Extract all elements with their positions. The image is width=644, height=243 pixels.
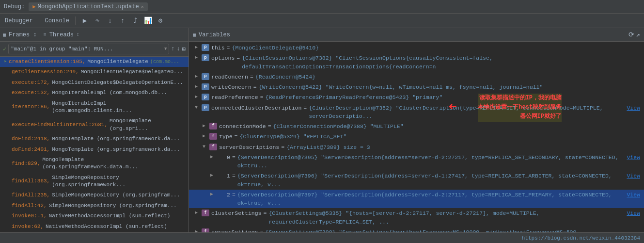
variable-row[interactable]: ▼ f serverDescriptions = {ArrayList@7389… xyxy=(189,142,644,152)
var-equals: = xyxy=(236,54,240,62)
var-icon-f: f xyxy=(202,228,209,232)
var-expand-icon[interactable]: ▶ xyxy=(195,93,202,100)
stack-frame[interactable]: findAll:235, SimpleMongoRepository (org.… xyxy=(0,190,188,200)
var-value: {ClientSessionOptions@7382} "ClientSessi… xyxy=(242,54,640,71)
var-link[interactable]: View xyxy=(627,209,640,217)
variable-row[interactable]: ▶ 0 = {ServerDescription@7395} "ServerDe… xyxy=(189,152,644,171)
stack-frame[interactable]: findAll:42, SimpleMongoRepository (org.s… xyxy=(0,201,188,211)
status-url: https://blog.csdn.net/weixin_44032384 xyxy=(522,235,640,241)
variable-row[interactable]: ▶ p readConcern = {ReadConcern@5424} xyxy=(189,72,644,82)
var-equals: = xyxy=(281,143,284,151)
stack-frame[interactable]: execute:172, MongoClientDelegate$Delegat… xyxy=(0,78,188,88)
toolbar-btn-4[interactable]: ↑ xyxy=(117,16,128,26)
right-panel: ▦ Variables ⟳ ↗ ▶ p this = {MongoClientD… xyxy=(189,28,644,232)
stack-frame[interactable]: doFind:2401, MongoTemplate (org.springfr… xyxy=(0,145,188,155)
var-expand-icon[interactable]: ▶ xyxy=(210,191,217,198)
toolbar-separator-1 xyxy=(39,16,39,25)
var-icon-empty xyxy=(217,172,225,179)
stack-frame[interactable]: getClientSession:249, MongoClientDelegat… xyxy=(0,67,188,77)
variables-expand-btn[interactable]: ↗ xyxy=(636,31,640,39)
toolbar-console-label[interactable]: Console xyxy=(43,17,71,24)
var-link[interactable]: View xyxy=(627,172,640,180)
variable-row[interactable]: ▶ f serverSettings = {ServerSettings@739… xyxy=(189,227,644,232)
variables-settings-btn[interactable]: ⟳ xyxy=(628,31,634,39)
var-equals: = xyxy=(303,104,307,112)
var-expand-icon[interactable]: ▼ xyxy=(203,143,209,150)
threads-label[interactable]: Threads xyxy=(49,32,74,38)
stack-frame[interactable]: execute:132, MongoIterableImpl (com.mong… xyxy=(0,88,188,98)
var-link[interactable]: View xyxy=(627,191,640,199)
var-value: {WriteConcern@5422} "WriteConcern{w=null… xyxy=(259,83,543,91)
var-expand-icon[interactable]: ▶ xyxy=(203,122,209,130)
frame-method: execute:172, xyxy=(12,79,50,86)
variable-row[interactable]: ▼ p connectedClusterDescription = {Clust… xyxy=(189,103,644,122)
var-name: clusterSettings xyxy=(211,209,262,217)
var-equals: = xyxy=(232,153,236,162)
var-expand-icon[interactable]: ▶ xyxy=(195,83,202,90)
var-expand-icon[interactable]: ▶ xyxy=(210,172,217,179)
variables-content: ▶ p this = {MongoClientDelegate@5410} ▶ … xyxy=(189,42,644,232)
var-value: {ReadConcern@5424} xyxy=(255,73,315,81)
var-name: 2 xyxy=(227,191,230,199)
frame-arrow: ➤ xyxy=(4,59,7,65)
var-link[interactable]: View xyxy=(627,153,640,162)
stack-frame[interactable]: iterator:86, MongoIterableImpl (com.mong… xyxy=(0,98,188,116)
variable-row[interactable]: ▶ f connectionMode = {ClusterConnectionM… xyxy=(189,121,644,131)
stack-frame[interactable]: invoke0:-1, NativeMethodAccessorImpl (su… xyxy=(0,211,188,221)
stack-frame[interactable]: findAll:363, SimpleMongoRepository (org.… xyxy=(0,173,188,191)
toolbar-btn-3[interactable]: ↓ xyxy=(105,16,115,26)
toolbar-btn-7[interactable]: ⚙ xyxy=(155,16,166,26)
thread-filter-btn[interactable]: ⊞ xyxy=(182,46,186,53)
var-expand-icon[interactable]: ▶ xyxy=(195,54,202,61)
variable-row[interactable]: ▶ 2 = {ServerDescription@7397} "ServerDe… xyxy=(189,190,644,209)
frame-class: SimpleMongoRepository (org.springframewo… xyxy=(52,174,183,189)
tab-close-icon[interactable]: ✕ xyxy=(141,4,144,10)
var-name: 1 xyxy=(227,172,230,180)
threads-icon: ≡ xyxy=(44,32,47,37)
frame-class: SimpleMongoRepository (org.springfram... xyxy=(52,192,180,199)
var-expand-icon[interactable]: ▼ xyxy=(195,104,202,111)
stack-frame[interactable]: ➤createClientSession:105, MongoClientDel… xyxy=(0,57,188,67)
var-link[interactable]: View xyxy=(627,104,640,112)
var-expand-icon[interactable]: ▶ xyxy=(203,132,209,140)
stack-frame[interactable]: find:829, MongoTemplate (org.springframe… xyxy=(0,155,188,173)
frames-label[interactable]: Frames ↕ xyxy=(9,32,37,38)
variable-row[interactable]: ▶ p options = {ClientSessionOptions@7382… xyxy=(189,53,644,72)
toolbar-separator-2 xyxy=(75,16,76,25)
stack-frame[interactable]: executeFindMultiInternal:2681, MongoTemp… xyxy=(0,116,188,134)
frame-method: createClientSession:105, xyxy=(9,58,85,65)
stack-frame[interactable]: invoke:62, NativeMethodAccessorImpl (sun… xyxy=(0,222,188,232)
var-equals: = xyxy=(260,93,264,101)
active-tab[interactable]: ▶ MongodbApplicationTest.update ✕ xyxy=(29,2,148,11)
toolbar-debugger-label[interactable]: Debugger xyxy=(3,17,35,24)
toolbar-btn-1[interactable]: ▶ xyxy=(79,16,90,26)
thread-down-btn[interactable]: ↓ xyxy=(177,46,180,52)
var-expand-icon[interactable]: ▶ xyxy=(195,228,202,232)
var-icon-f: f xyxy=(209,133,217,140)
var-expand-icon[interactable]: ▶ xyxy=(195,209,202,216)
toolbar-btn-2[interactable]: ↷ xyxy=(92,16,103,26)
var-expand-icon[interactable]: ▶ xyxy=(210,153,217,161)
var-equals: = xyxy=(268,122,271,130)
variable-row[interactable]: ▶ p writeConcern = {WriteConcern@5422} "… xyxy=(189,82,644,92)
variable-row[interactable]: ▶ 1 = {ServerDescription@7396} "ServerDe… xyxy=(189,171,644,190)
frame-class: MongoTemplate (org.springframework.da... xyxy=(52,146,180,153)
toolbar-btn-5[interactable]: ⤴ xyxy=(130,16,141,26)
var-value: {ServerDescription@7395} "ServerDescript… xyxy=(237,153,625,170)
var-icon-p: p xyxy=(202,83,209,90)
thread-selector[interactable]: "main"@1 in group "main": RUN... ▼ xyxy=(8,44,169,54)
variable-row[interactable]: ▶ p this = {MongoClientDelegate@5410} xyxy=(189,43,644,53)
stack-frame[interactable]: doFind:2418, MongoTemplate (org.springfr… xyxy=(0,134,188,144)
toolbar-btn-6[interactable]: 📊 xyxy=(142,16,153,26)
variable-row[interactable]: ▶ p readPreference = {ReadPreference$Pri… xyxy=(189,92,644,102)
thread-up-btn[interactable]: ↑ xyxy=(171,46,174,52)
var-expand-icon[interactable]: ▶ xyxy=(195,73,202,80)
var-name: type xyxy=(219,132,233,141)
variable-row[interactable]: ▶ f clusterSettings = {ClusterSettings@5… xyxy=(189,208,644,227)
frame-method: invoke:62, xyxy=(12,223,44,230)
var-equals: = xyxy=(227,44,230,52)
var-icon-f: f xyxy=(209,123,217,130)
variable-row[interactable]: ▶ f type = {ClusterType@5329} "REPLICA_S… xyxy=(189,131,644,142)
var-expand-icon[interactable]: ▶ xyxy=(195,44,202,51)
frames-icon: ▦ xyxy=(3,32,6,38)
